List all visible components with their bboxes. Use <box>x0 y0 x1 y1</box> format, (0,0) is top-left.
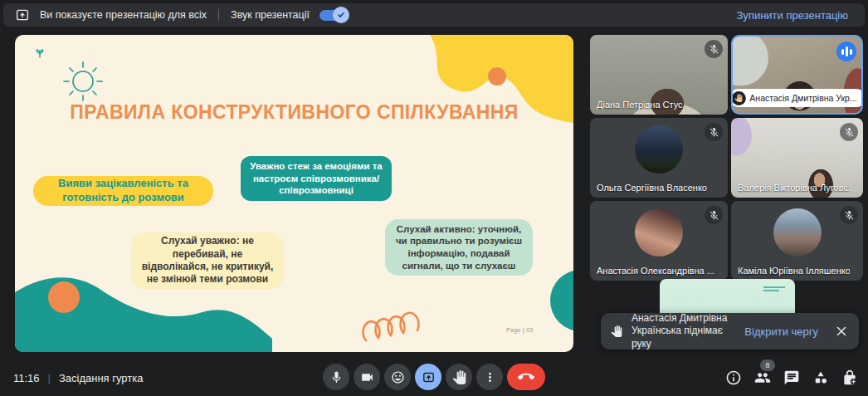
orange-circle-decoration <box>488 67 506 86</box>
participants-count-badge: 8 <box>760 359 775 371</box>
mic-off-icon <box>705 40 723 58</box>
slide-card-teal: Уважно стеж за емоціями та настроєм спів… <box>241 156 392 201</box>
toast-message: Анастасія Дмитрівна Українська піднімає … <box>631 312 735 351</box>
shared-presentation-slide: ПРАВИЛА КОНСТРУКТИВНОГО СПІЛКУВАННЯ Вияв… <box>15 35 573 352</box>
call-controls <box>323 364 545 390</box>
mic-off-icon <box>840 123 858 141</box>
mic-off-icon <box>840 206 858 224</box>
toggle-thumb <box>333 7 349 23</box>
end-call-button[interactable] <box>507 364 545 390</box>
host-controls-button[interactable] <box>840 368 860 388</box>
avatar <box>635 125 683 174</box>
slide-title: ПРАВИЛА КОНСТРУКТИВНОГО СПІЛКУВАННЯ <box>15 101 573 124</box>
check-icon <box>336 10 346 20</box>
participant-name: Діана Петрівна Стус <box>597 100 683 110</box>
participant-name: Каміла Юріївна Ілляшенко <box>738 266 850 276</box>
sun-doodle <box>58 56 108 106</box>
speaking-indicator-icon <box>836 42 856 61</box>
participant-name: Анастасія Дмитрівна Укр... <box>749 93 856 103</box>
participant-name: Валерія Вікторівна Луговс... <box>738 183 850 193</box>
activities-button[interactable] <box>811 368 831 388</box>
participant-tile[interactable]: Валерія Вікторівна Луговс... <box>731 118 863 198</box>
clock-time: 11:16 <box>13 372 40 384</box>
video-caption-lines <box>763 286 785 293</box>
close-icon[interactable] <box>834 324 849 339</box>
panel-controls: 8 <box>724 368 860 388</box>
slide-logo-icon <box>33 46 46 59</box>
google-meet-window: Ви показуєте презентацію для всіх Звук п… <box>0 0 868 396</box>
participant-tile[interactable]: Анастасія Олександрівна ... <box>590 201 728 281</box>
present-screen-button-active[interactable] <box>415 364 441 390</box>
participant-tile-speaking[interactable]: Анастасія Дмитрівна Укр... <box>731 35 863 115</box>
orange-squiggle-doodle <box>359 301 459 345</box>
people-button[interactable]: 8 <box>753 368 773 388</box>
chat-button[interactable] <box>782 368 802 388</box>
camera-button[interactable] <box>354 364 380 390</box>
open-queue-button[interactable]: Відкрити чергу <box>744 325 818 338</box>
reactions-button[interactable] <box>384 364 411 390</box>
hand-raise-toast: Анастасія Дмитрівна Українська піднімає … <box>601 313 859 350</box>
raise-hand-button[interactable] <box>446 364 472 390</box>
info-divider: | <box>48 372 51 384</box>
mic-off-icon <box>705 123 723 141</box>
stop-presentation-button[interactable]: Зупинити презентацію <box>732 6 853 25</box>
teal-circle-right <box>550 270 573 331</box>
raised-hand-icon <box>611 324 622 339</box>
slide-card-mint: Слухай активно: уточнюй, чи правильно ти… <box>385 219 533 276</box>
avatar <box>635 208 683 257</box>
participant-tile[interactable]: Ольга Сергіївна Власенко <box>590 118 728 198</box>
presentation-sound-label: Звук презентації <box>231 9 310 21</box>
participant-tile[interactable]: Діана Петрівна Стус <box>590 35 728 115</box>
mic-off-icon <box>705 206 723 224</box>
slide-card-yellow: Вияви зацікавленість та готовність до ро… <box>33 176 213 206</box>
raised-hand-name-pill: Анастасія Дмитрівна Укр... <box>731 89 863 107</box>
orange-circle-on-wave <box>48 281 80 313</box>
more-options-button[interactable] <box>476 364 503 390</box>
presenting-banner: Ви показуєте презентацію для всіх Звук п… <box>3 3 865 27</box>
participant-name: Ольга Сергіївна Власенко <box>597 183 707 193</box>
meeting-name: Засідання гуртка <box>59 372 144 384</box>
raised-hand-icon <box>731 91 745 105</box>
meeting-info: 11:16 | Засідання гуртка <box>13 372 143 384</box>
avatar <box>773 208 822 257</box>
microphone-button[interactable] <box>323 364 349 390</box>
participant-tile[interactable]: Каміла Юріївна Ілляшенко <box>731 201 863 281</box>
present-screen-icon <box>15 7 30 22</box>
participant-name: Анастасія Олександрівна ... <box>597 266 714 276</box>
meeting-details-button[interactable] <box>724 368 744 388</box>
presentation-sound-toggle[interactable] <box>319 10 346 21</box>
presenting-text: Ви показуєте презентацію для всіх <box>40 9 207 21</box>
topbar-divider <box>218 9 219 21</box>
meet-control-bar: 11:16 | Засідання гуртка <box>0 359 868 396</box>
slide-page-number: Page | 03 <box>506 327 534 333</box>
